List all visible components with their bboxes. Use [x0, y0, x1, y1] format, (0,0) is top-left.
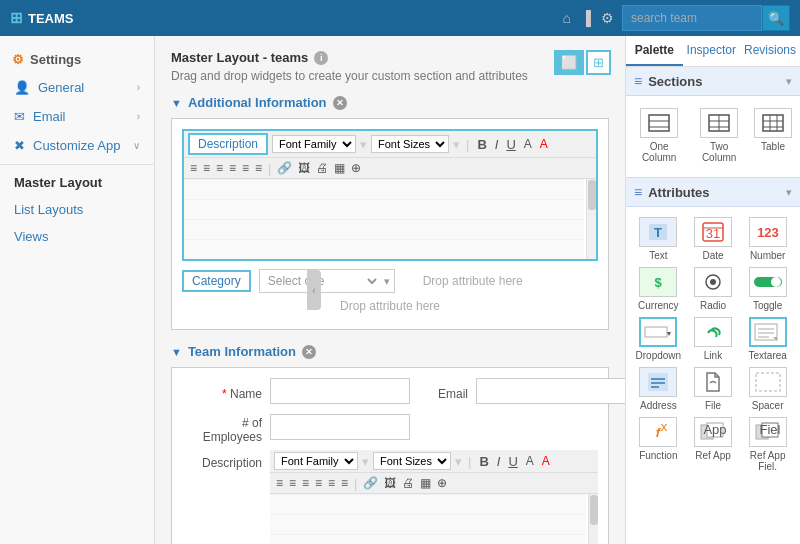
attr-dropdown[interactable]: Dropdown [634, 317, 683, 361]
attr-spacer[interactable]: Spacer [743, 367, 792, 411]
table-btn[interactable]: ▦ [332, 160, 347, 176]
font-family2-select[interactable]: Font Family [274, 452, 358, 470]
align-center-btn[interactable]: ≡ [201, 160, 212, 176]
desc-area[interactable] [184, 179, 584, 259]
view-grid-button[interactable]: ⬜ [554, 50, 584, 75]
attributes-icon: ≡ [634, 184, 642, 200]
align-left-btn[interactable]: ≡ [188, 160, 199, 176]
ordered-list-btn[interactable]: ≡ [240, 160, 251, 176]
unordered-list2-btn[interactable]: ≡ [339, 475, 350, 491]
image2-btn[interactable]: 🖼 [382, 475, 398, 491]
tab-inspector[interactable]: Inspector [683, 36, 740, 66]
attr-textarea[interactable]: Textarea [743, 317, 792, 361]
attr-text[interactable]: T Text [634, 217, 683, 261]
palette-two-col[interactable]: Two Column [694, 108, 744, 163]
align-right-btn[interactable]: ≡ [214, 160, 225, 176]
unordered-list-btn[interactable]: ≡ [253, 160, 264, 176]
sidebar-item-general[interactable]: 👤 General › [0, 73, 154, 102]
search-button[interactable]: 🔍 [762, 5, 790, 31]
tab-palette[interactable]: Palette [626, 36, 683, 66]
sidebar-item-customize[interactable]: ✖ Customize App ∨ [0, 131, 154, 160]
attr-currency[interactable]: $ Currency [634, 267, 683, 311]
additional-info-close[interactable]: ✕ [333, 96, 347, 110]
tab-revisions[interactable]: Revisions [740, 36, 800, 66]
underline-btn[interactable]: U [504, 136, 517, 153]
attr-date[interactable]: 31 Date [689, 217, 738, 261]
sidebar-item-list-layouts[interactable]: List Layouts [0, 196, 154, 223]
category-label-btn[interactable]: Category [182, 270, 251, 292]
nav-icons: ⌂ ▐ ⚙ [563, 10, 614, 26]
home-icon[interactable]: ⌂ [563, 10, 571, 26]
file-attr-icon [694, 367, 732, 397]
italic-btn[interactable]: I [493, 136, 501, 153]
align-center2-btn[interactable]: ≡ [287, 475, 298, 491]
attr-radio[interactable]: Radio [689, 267, 738, 311]
category-select-wrap: Select one ▾ [259, 269, 395, 293]
link2-btn[interactable]: 🔗 [361, 475, 380, 491]
link-btn[interactable]: 🔗 [275, 160, 294, 176]
svg-point-20 [710, 279, 716, 285]
sections-collapse-arrow[interactable]: ▾ [786, 75, 792, 88]
gear-icon[interactable]: ⚙ [601, 10, 614, 26]
email-input[interactable] [476, 378, 625, 404]
strikethrough2-btn[interactable]: A [524, 453, 536, 469]
brand-icon: ⊞ [10, 9, 23, 27]
attributes-collapse-arrow[interactable]: ▾ [786, 186, 792, 199]
sidebar-collapse-handle[interactable]: ‹ [307, 270, 321, 310]
function-attr-label: Function [639, 450, 677, 461]
palette-table[interactable]: Table [754, 108, 792, 163]
attr-function[interactable]: fx Function [634, 417, 683, 472]
source2-btn[interactable]: ⊕ [435, 475, 449, 491]
page-title: Master Layout - teams i [171, 50, 609, 65]
additional-info-arrow[interactable]: ▼ [171, 97, 182, 109]
underline2-btn[interactable]: U [506, 453, 519, 470]
attr-toggle[interactable]: Toggle [743, 267, 792, 311]
sidebar-item-views[interactable]: Views [0, 223, 154, 250]
date-attr-label: Date [702, 250, 723, 261]
name-input[interactable] [270, 378, 410, 404]
strikethrough-btn[interactable]: A [522, 136, 534, 152]
attributes-title: ≡ Attributes [634, 184, 710, 200]
desc-scrollbar[interactable] [586, 179, 596, 259]
ordered-list2-btn[interactable]: ≡ [326, 475, 337, 491]
font-family-select[interactable]: Font Family [272, 135, 356, 153]
sidebar-item-master-layout[interactable]: Master Layout [0, 169, 154, 196]
bold-btn[interactable]: B [475, 136, 488, 153]
font-size-select[interactable]: Font Sizes [371, 135, 449, 153]
table2-btn[interactable]: ▦ [418, 475, 433, 491]
bold2-btn[interactable]: B [477, 453, 490, 470]
color-btn[interactable]: A [538, 136, 550, 152]
justify2-btn[interactable]: ≡ [313, 475, 324, 491]
attr-ref-app-field[interactable]: Fiel Ref App Fiel. [743, 417, 792, 472]
desc2-scrollbar[interactable] [588, 494, 598, 544]
number-attr-icon: 123 [749, 217, 787, 247]
attr-number[interactable]: 123 Number [743, 217, 792, 261]
description-label-btn[interactable]: Description [188, 133, 268, 155]
search-input[interactable] [622, 5, 762, 31]
team-info-arrow[interactable]: ▼ [171, 346, 182, 358]
team-info-close[interactable]: ✕ [302, 345, 316, 359]
align-left2-btn[interactable]: ≡ [274, 475, 285, 491]
attr-link[interactable]: Link [689, 317, 738, 361]
employees-input[interactable] [270, 414, 410, 440]
color2-btn[interactable]: A [540, 453, 552, 469]
desc2-toolbar-top: Font Family ▾ Font Sizes ▾ | B I U A A [270, 450, 598, 473]
align-right2-btn[interactable]: ≡ [300, 475, 311, 491]
source-btn[interactable]: ⊕ [349, 160, 363, 176]
ref-app-field-attr-icon: Fiel [749, 417, 787, 447]
image-btn[interactable]: 🖼 [296, 160, 312, 176]
chart-icon[interactable]: ▐ [581, 10, 591, 26]
desc2-area[interactable] [270, 494, 586, 544]
attr-file[interactable]: File [689, 367, 738, 411]
sidebar-item-email[interactable]: ✉ Email › [0, 102, 154, 131]
title-info-icon[interactable]: i [314, 51, 328, 65]
print2-btn[interactable]: 🖨 [400, 475, 416, 491]
italic2-btn[interactable]: I [495, 453, 503, 470]
font-size2-select[interactable]: Font Sizes [373, 452, 451, 470]
attr-ref-app[interactable]: App Ref App [689, 417, 738, 472]
print-btn[interactable]: 🖨 [314, 160, 330, 176]
palette-one-col[interactable]: One Column [634, 108, 684, 163]
justify-btn[interactable]: ≡ [227, 160, 238, 176]
view-list-button[interactable]: ⊞ [586, 50, 611, 75]
attr-address[interactable]: Address [634, 367, 683, 411]
